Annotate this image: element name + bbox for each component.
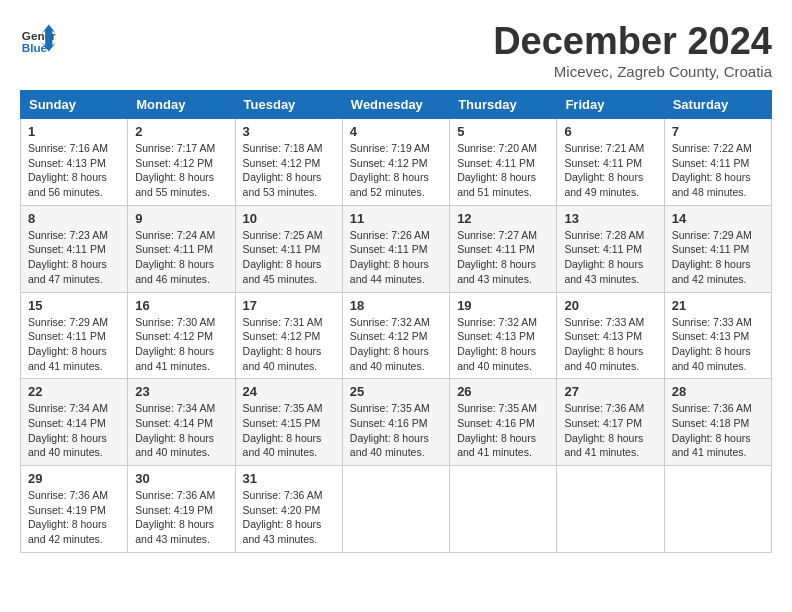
table-row: 2 Sunrise: 7:17 AM Sunset: 4:12 PM Dayli…: [128, 119, 235, 206]
col-wednesday: Wednesday: [342, 91, 449, 119]
table-row: 6 Sunrise: 7:21 AM Sunset: 4:11 PM Dayli…: [557, 119, 664, 206]
daylight-text: Daylight: 8 hours and 40 minutes.: [564, 345, 643, 372]
table-row: 8 Sunrise: 7:23 AM Sunset: 4:11 PM Dayli…: [21, 205, 128, 292]
day-number: 17: [243, 298, 335, 313]
day-info: Sunrise: 7:34 AM Sunset: 4:14 PM Dayligh…: [28, 401, 120, 460]
daylight-text: Daylight: 8 hours and 43 minutes.: [135, 518, 214, 545]
daylight-text: Daylight: 8 hours and 41 minutes.: [564, 432, 643, 459]
sunrise-text: Sunrise: 7:31 AM: [243, 316, 323, 328]
day-info: Sunrise: 7:34 AM Sunset: 4:14 PM Dayligh…: [135, 401, 227, 460]
sunrise-text: Sunrise: 7:21 AM: [564, 142, 644, 154]
calendar-week-5: 29 Sunrise: 7:36 AM Sunset: 4:19 PM Dayl…: [21, 466, 772, 553]
day-number: 15: [28, 298, 120, 313]
day-number: 9: [135, 211, 227, 226]
col-friday: Friday: [557, 91, 664, 119]
daylight-text: Daylight: 8 hours and 44 minutes.: [350, 258, 429, 285]
daylight-text: Daylight: 8 hours and 43 minutes.: [243, 518, 322, 545]
day-info: Sunrise: 7:32 AM Sunset: 4:12 PM Dayligh…: [350, 315, 442, 374]
sunrise-text: Sunrise: 7:33 AM: [672, 316, 752, 328]
sunset-text: Sunset: 4:12 PM: [243, 330, 321, 342]
daylight-text: Daylight: 8 hours and 43 minutes.: [457, 258, 536, 285]
sunrise-text: Sunrise: 7:32 AM: [457, 316, 537, 328]
sunrise-text: Sunrise: 7:29 AM: [28, 316, 108, 328]
day-info: Sunrise: 7:24 AM Sunset: 4:11 PM Dayligh…: [135, 228, 227, 287]
day-info: Sunrise: 7:36 AM Sunset: 4:19 PM Dayligh…: [28, 488, 120, 547]
svg-text:Blue: Blue: [22, 41, 48, 54]
sunrise-text: Sunrise: 7:36 AM: [135, 489, 215, 501]
sunset-text: Sunset: 4:11 PM: [457, 243, 535, 255]
day-info: Sunrise: 7:27 AM Sunset: 4:11 PM Dayligh…: [457, 228, 549, 287]
sunrise-text: Sunrise: 7:22 AM: [672, 142, 752, 154]
sunrise-text: Sunrise: 7:23 AM: [28, 229, 108, 241]
day-info: Sunrise: 7:28 AM Sunset: 4:11 PM Dayligh…: [564, 228, 656, 287]
table-row: 4 Sunrise: 7:19 AM Sunset: 4:12 PM Dayli…: [342, 119, 449, 206]
day-info: Sunrise: 7:19 AM Sunset: 4:12 PM Dayligh…: [350, 141, 442, 200]
daylight-text: Daylight: 8 hours and 41 minutes.: [135, 345, 214, 372]
day-number: 14: [672, 211, 764, 226]
col-sunday: Sunday: [21, 91, 128, 119]
daylight-text: Daylight: 8 hours and 40 minutes.: [243, 432, 322, 459]
day-info: Sunrise: 7:35 AM Sunset: 4:16 PM Dayligh…: [350, 401, 442, 460]
sunrise-text: Sunrise: 7:32 AM: [350, 316, 430, 328]
day-number: 23: [135, 384, 227, 399]
sunset-text: Sunset: 4:16 PM: [350, 417, 428, 429]
sunrise-text: Sunrise: 7:36 AM: [564, 402, 644, 414]
day-number: 1: [28, 124, 120, 139]
sunrise-text: Sunrise: 7:26 AM: [350, 229, 430, 241]
sunset-text: Sunset: 4:15 PM: [243, 417, 321, 429]
day-number: 12: [457, 211, 549, 226]
day-number: 21: [672, 298, 764, 313]
daylight-text: Daylight: 8 hours and 55 minutes.: [135, 171, 214, 198]
sunset-text: Sunset: 4:12 PM: [350, 157, 428, 169]
title-area: December 2024 Micevec, Zagreb County, Cr…: [493, 20, 772, 80]
calendar-week-1: 1 Sunrise: 7:16 AM Sunset: 4:13 PM Dayli…: [21, 119, 772, 206]
day-number: 10: [243, 211, 335, 226]
daylight-text: Daylight: 8 hours and 41 minutes.: [28, 345, 107, 372]
table-row: 15 Sunrise: 7:29 AM Sunset: 4:11 PM Dayl…: [21, 292, 128, 379]
day-number: 22: [28, 384, 120, 399]
table-row: 10 Sunrise: 7:25 AM Sunset: 4:11 PM Dayl…: [235, 205, 342, 292]
daylight-text: Daylight: 8 hours and 42 minutes.: [672, 258, 751, 285]
day-number: 24: [243, 384, 335, 399]
logo: General Blue: [20, 20, 56, 56]
calendar-week-4: 22 Sunrise: 7:34 AM Sunset: 4:14 PM Dayl…: [21, 379, 772, 466]
sunset-text: Sunset: 4:11 PM: [135, 243, 213, 255]
table-row: 19 Sunrise: 7:32 AM Sunset: 4:13 PM Dayl…: [450, 292, 557, 379]
table-row: 16 Sunrise: 7:30 AM Sunset: 4:12 PM Dayl…: [128, 292, 235, 379]
day-info: Sunrise: 7:35 AM Sunset: 4:16 PM Dayligh…: [457, 401, 549, 460]
sunrise-text: Sunrise: 7:35 AM: [457, 402, 537, 414]
day-number: 8: [28, 211, 120, 226]
table-row: 27 Sunrise: 7:36 AM Sunset: 4:17 PM Dayl…: [557, 379, 664, 466]
table-row: 29 Sunrise: 7:36 AM Sunset: 4:19 PM Dayl…: [21, 466, 128, 553]
sunset-text: Sunset: 4:11 PM: [457, 157, 535, 169]
sunset-text: Sunset: 4:17 PM: [564, 417, 642, 429]
sunrise-text: Sunrise: 7:25 AM: [243, 229, 323, 241]
table-row: 28 Sunrise: 7:36 AM Sunset: 4:18 PM Dayl…: [664, 379, 771, 466]
table-row: 11 Sunrise: 7:26 AM Sunset: 4:11 PM Dayl…: [342, 205, 449, 292]
table-row: 12 Sunrise: 7:27 AM Sunset: 4:11 PM Dayl…: [450, 205, 557, 292]
sunrise-text: Sunrise: 7:20 AM: [457, 142, 537, 154]
table-row: 23 Sunrise: 7:34 AM Sunset: 4:14 PM Dayl…: [128, 379, 235, 466]
day-info: Sunrise: 7:36 AM Sunset: 4:18 PM Dayligh…: [672, 401, 764, 460]
day-number: 7: [672, 124, 764, 139]
daylight-text: Daylight: 8 hours and 43 minutes.: [564, 258, 643, 285]
day-number: 11: [350, 211, 442, 226]
daylight-text: Daylight: 8 hours and 45 minutes.: [243, 258, 322, 285]
sunrise-text: Sunrise: 7:33 AM: [564, 316, 644, 328]
day-number: 26: [457, 384, 549, 399]
day-number: 27: [564, 384, 656, 399]
table-row: 5 Sunrise: 7:20 AM Sunset: 4:11 PM Dayli…: [450, 119, 557, 206]
sunrise-text: Sunrise: 7:34 AM: [28, 402, 108, 414]
sunset-text: Sunset: 4:11 PM: [28, 330, 106, 342]
daylight-text: Daylight: 8 hours and 42 minutes.: [28, 518, 107, 545]
col-saturday: Saturday: [664, 91, 771, 119]
day-info: Sunrise: 7:36 AM Sunset: 4:20 PM Dayligh…: [243, 488, 335, 547]
day-info: Sunrise: 7:20 AM Sunset: 4:11 PM Dayligh…: [457, 141, 549, 200]
day-number: 3: [243, 124, 335, 139]
table-row: [450, 466, 557, 553]
daylight-text: Daylight: 8 hours and 40 minutes.: [350, 432, 429, 459]
sunrise-text: Sunrise: 7:16 AM: [28, 142, 108, 154]
sunset-text: Sunset: 4:11 PM: [243, 243, 321, 255]
daylight-text: Daylight: 8 hours and 40 minutes.: [457, 345, 536, 372]
day-number: 28: [672, 384, 764, 399]
